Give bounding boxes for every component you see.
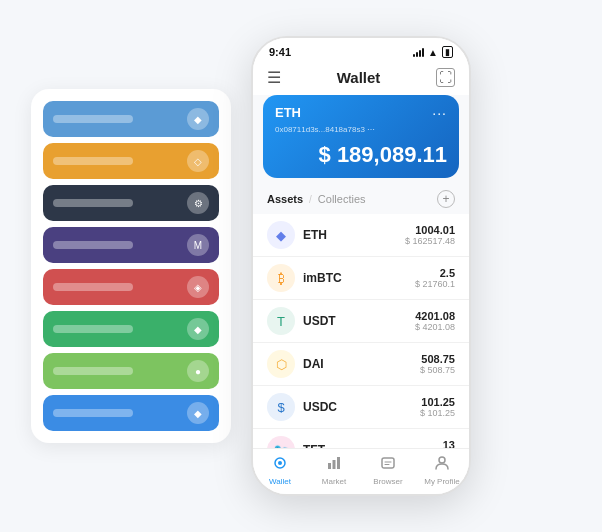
asset-list: ◆ETH1004.01$ 162517.48₿imBTC2.5$ 21760.1… bbox=[253, 214, 469, 448]
asset-amounts: 2.5$ 21760.1 bbox=[415, 267, 455, 289]
card-icon: ● bbox=[187, 360, 209, 382]
nav-label-my-profile: My Profile bbox=[424, 477, 460, 486]
card-icon: ◈ bbox=[187, 276, 209, 298]
card-icon: ◆ bbox=[187, 402, 209, 424]
asset-amount-secondary: $ 508.75 bbox=[420, 365, 455, 375]
asset-amounts: 508.75$ 508.75 bbox=[420, 353, 455, 375]
asset-item[interactable]: 🐦TFT130 bbox=[253, 429, 469, 448]
card-icon: ◆ bbox=[187, 318, 209, 340]
asset-icon: ⬡ bbox=[267, 350, 295, 378]
asset-item[interactable]: ◆ETH1004.01$ 162517.48 bbox=[253, 214, 469, 257]
bottom-nav: Wallet Market Browser My Profile bbox=[253, 448, 469, 494]
card-item[interactable]: ◆ bbox=[43, 311, 219, 347]
asset-amount-secondary: $ 101.25 bbox=[420, 408, 455, 418]
menu-icon[interactable]: ☰ bbox=[267, 68, 281, 87]
asset-amounts: 130 bbox=[443, 439, 455, 448]
card-item[interactable]: ● bbox=[43, 353, 219, 389]
asset-amount-secondary: $ 21760.1 bbox=[415, 279, 455, 289]
card-item[interactable]: ⚙ bbox=[43, 185, 219, 221]
eth-card-top: ETH ··· bbox=[275, 105, 447, 121]
asset-amounts: 4201.08$ 4201.08 bbox=[415, 310, 455, 332]
card-item[interactable]: M bbox=[43, 227, 219, 263]
asset-amounts: 1004.01$ 162517.48 bbox=[405, 224, 455, 246]
assets-add-button[interactable]: + bbox=[437, 190, 455, 208]
asset-item[interactable]: ⬡DAI508.75$ 508.75 bbox=[253, 343, 469, 386]
svg-point-1 bbox=[278, 461, 282, 465]
assets-tab-active[interactable]: Assets bbox=[267, 193, 303, 205]
svg-rect-3 bbox=[333, 460, 336, 469]
header-title: Wallet bbox=[337, 69, 381, 86]
asset-amount-secondary: $ 162517.48 bbox=[405, 236, 455, 246]
asset-item[interactable]: TUSDT4201.08$ 4201.08 bbox=[253, 300, 469, 343]
eth-card-address: 0x08711d3s...8418a78s3 ⋯ bbox=[275, 125, 447, 134]
nav-icon-my-profile bbox=[434, 455, 450, 475]
asset-amount-primary: 4201.08 bbox=[415, 310, 455, 322]
wifi-icon: ▲ bbox=[428, 47, 438, 58]
card-icon: ◆ bbox=[187, 108, 209, 130]
asset-amount-primary: 1004.01 bbox=[405, 224, 455, 236]
card-item[interactable]: ◆ bbox=[43, 101, 219, 137]
header: ☰ Wallet ⛶ bbox=[253, 62, 469, 95]
status-time: 9:41 bbox=[269, 46, 291, 58]
status-bar: 9:41 ▲ ▮ bbox=[253, 38, 469, 62]
asset-name: USDC bbox=[303, 400, 420, 414]
battery-icon: ▮ bbox=[442, 46, 453, 58]
asset-item[interactable]: ₿imBTC2.5$ 21760.1 bbox=[253, 257, 469, 300]
card-item[interactable]: ◇ bbox=[43, 143, 219, 179]
card-icon: ⚙ bbox=[187, 192, 209, 214]
asset-icon: ◆ bbox=[267, 221, 295, 249]
asset-icon: T bbox=[267, 307, 295, 335]
card-item[interactable]: ◆ bbox=[43, 395, 219, 431]
eth-card[interactable]: ETH ··· 0x08711d3s...8418a78s3 ⋯ $ 189,0… bbox=[263, 95, 459, 178]
nav-item-browser[interactable]: Browser bbox=[361, 455, 415, 486]
card-icon: M bbox=[187, 234, 209, 256]
nav-icon-wallet bbox=[272, 455, 288, 475]
asset-icon: ₿ bbox=[267, 264, 295, 292]
asset-amounts: 101.25$ 101.25 bbox=[420, 396, 455, 418]
asset-name: USDT bbox=[303, 314, 415, 328]
phone-screen: 9:41 ▲ ▮ ☰ Wallet ⛶ ETH ··· bbox=[253, 38, 469, 494]
nav-label-wallet: Wallet bbox=[269, 477, 291, 486]
card-item[interactable]: ◈ bbox=[43, 269, 219, 305]
asset-amount-secondary: $ 4201.08 bbox=[415, 322, 455, 332]
asset-name: imBTC bbox=[303, 271, 415, 285]
card-stack: ◆◇⚙M◈◆●◆ bbox=[31, 89, 231, 443]
nav-icon-market bbox=[326, 455, 342, 475]
asset-amount-primary: 13 bbox=[443, 439, 455, 448]
asset-amount-primary: 508.75 bbox=[420, 353, 455, 365]
nav-label-browser: Browser bbox=[373, 477, 402, 486]
eth-card-name: ETH bbox=[275, 105, 301, 120]
asset-name: ETH bbox=[303, 228, 405, 242]
nav-label-market: Market bbox=[322, 477, 346, 486]
asset-item[interactable]: $USDC101.25$ 101.25 bbox=[253, 386, 469, 429]
phone-mockup: 9:41 ▲ ▮ ☰ Wallet ⛶ ETH ··· bbox=[251, 36, 471, 496]
asset-icon: 🐦 bbox=[267, 436, 295, 448]
scene: ◆◇⚙M◈◆●◆ 9:41 ▲ ▮ ☰ Wallet ⛶ bbox=[11, 11, 591, 521]
card-icon: ◇ bbox=[187, 150, 209, 172]
svg-rect-5 bbox=[382, 458, 394, 468]
assets-tab-sep: / bbox=[309, 194, 312, 205]
nav-item-wallet[interactable]: Wallet bbox=[253, 455, 307, 486]
assets-header: Assets / Collecties + bbox=[253, 186, 469, 214]
asset-amount-primary: 2.5 bbox=[415, 267, 455, 279]
svg-rect-2 bbox=[328, 463, 331, 469]
assets-tab-inactive[interactable]: Collecties bbox=[318, 193, 366, 205]
asset-icon: $ bbox=[267, 393, 295, 421]
svg-rect-4 bbox=[337, 457, 340, 469]
assets-tabs: Assets / Collecties bbox=[267, 193, 366, 205]
eth-card-dots: ··· bbox=[432, 105, 447, 121]
status-icons: ▲ ▮ bbox=[413, 46, 453, 58]
nav-icon-browser bbox=[380, 455, 396, 475]
asset-name: DAI bbox=[303, 357, 420, 371]
nav-item-market[interactable]: Market bbox=[307, 455, 361, 486]
signal-icon bbox=[413, 47, 424, 57]
asset-amount-primary: 101.25 bbox=[420, 396, 455, 408]
svg-point-6 bbox=[439, 457, 445, 463]
eth-card-balance: $ 189,089.11 bbox=[275, 142, 447, 168]
expand-icon[interactable]: ⛶ bbox=[436, 68, 455, 87]
nav-item-my-profile[interactable]: My Profile bbox=[415, 455, 469, 486]
